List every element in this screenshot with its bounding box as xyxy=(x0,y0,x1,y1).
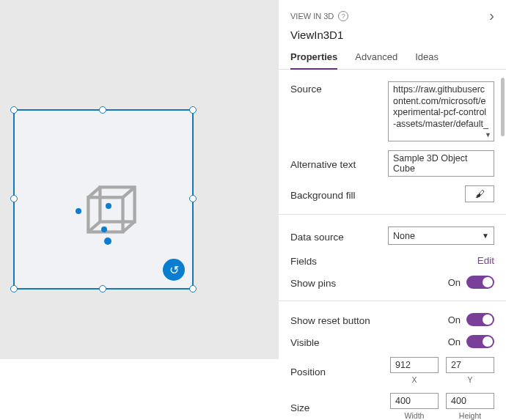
source-input[interactable]: https://raw.githubusercontent.com/micros… xyxy=(388,81,494,141)
viewin3d-control[interactable]: ↺ xyxy=(13,109,194,290)
paint-bucket-icon: 🖌 xyxy=(475,188,485,199)
reset-icon: ↺ xyxy=(169,263,179,277)
visible-state: On xyxy=(448,336,461,347)
chevron-down-icon: ▼ xyxy=(482,232,489,240)
position-x-input[interactable]: 912 xyxy=(390,357,439,373)
pin-marker[interactable] xyxy=(76,208,81,214)
control-name: ViewIn3D1 xyxy=(290,24,494,41)
resize-handle-tm[interactable] xyxy=(99,106,106,114)
source-label: Source xyxy=(290,81,388,95)
canvas-area[interactable]: ↺ xyxy=(0,0,279,420)
tab-ideas[interactable]: Ideas xyxy=(415,51,439,69)
resize-handle-ml[interactable] xyxy=(10,195,18,202)
showpins-label: Show pins xyxy=(290,276,448,289)
resize-handle-tl[interactable] xyxy=(10,106,18,114)
fields-edit-link[interactable]: Edit xyxy=(477,255,494,266)
breadcrumb[interactable]: VIEW IN 3D xyxy=(290,12,334,21)
size-height-input[interactable]: 400 xyxy=(446,393,494,409)
showreset-label: Show reset button xyxy=(290,313,448,326)
showpins-state: On xyxy=(448,277,461,288)
alttext-input[interactable]: Sample 3D Object Cube xyxy=(388,150,494,177)
resize-handle-bl[interactable] xyxy=(10,285,18,292)
tab-properties[interactable]: Properties xyxy=(290,51,337,70)
datasource-label: Data source xyxy=(290,229,388,243)
reset-view-button[interactable]: ↺ xyxy=(163,259,185,281)
source-value: https://raw.githubusercontent.com/micros… xyxy=(393,84,488,129)
bgfill-label: Background fill xyxy=(290,188,388,201)
resize-handle-br[interactable] xyxy=(189,285,197,292)
size-label: Size xyxy=(290,400,390,413)
cube-preview-icon xyxy=(84,183,139,238)
properties-panel: VIEW IN 3D ? › ViewIn3D1 Properties Adva… xyxy=(279,0,506,420)
help-icon[interactable]: ? xyxy=(338,11,348,21)
bgfill-swatch[interactable]: 🖌 xyxy=(465,185,494,202)
resize-handle-mr[interactable] xyxy=(189,195,197,202)
pin-marker[interactable] xyxy=(104,237,111,245)
visible-label: Visible xyxy=(290,335,448,348)
alttext-label: Alternative text xyxy=(290,157,388,170)
position-label: Position xyxy=(290,364,390,377)
size-width-input[interactable]: 400 xyxy=(390,393,439,409)
resize-handle-bm[interactable] xyxy=(99,285,106,292)
tabs: Properties Advanced Ideas xyxy=(279,51,506,70)
pin-marker[interactable] xyxy=(106,203,111,209)
datasource-select[interactable]: None ▼ xyxy=(388,226,494,245)
showpins-toggle[interactable] xyxy=(466,276,494,289)
tab-advanced[interactable]: Advanced xyxy=(355,51,397,69)
size-height-sublabel: Height xyxy=(459,411,481,420)
chevron-right-icon[interactable]: › xyxy=(489,7,494,24)
position-y-sublabel: Y xyxy=(467,375,472,384)
dropdown-caret-icon[interactable]: ▼ xyxy=(485,131,491,139)
datasource-value: None xyxy=(393,231,415,241)
showreset-toggle[interactable] xyxy=(466,313,494,326)
fields-label: Fields xyxy=(290,254,477,267)
position-y-input[interactable]: 27 xyxy=(446,357,494,373)
visible-toggle[interactable] xyxy=(466,335,494,348)
pin-marker[interactable] xyxy=(101,226,107,232)
size-width-sublabel: Width xyxy=(405,411,425,420)
resize-handle-tr[interactable] xyxy=(189,106,197,114)
showreset-state: On xyxy=(448,314,461,325)
panel-scrollbar[interactable] xyxy=(501,78,505,136)
position-x-sublabel: X xyxy=(411,375,417,384)
